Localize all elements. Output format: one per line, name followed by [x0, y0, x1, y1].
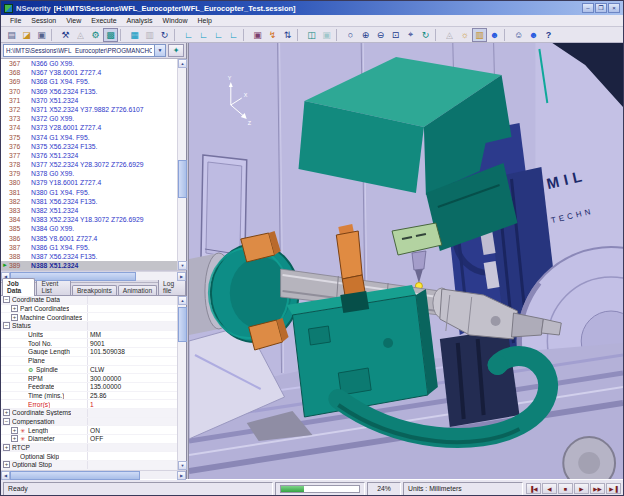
run-simulation-icon[interactable]: ▩: [103, 28, 118, 42]
step-back-button[interactable]: ◀: [542, 483, 557, 494]
menu-help[interactable]: Help: [193, 17, 217, 24]
grid-vertical-scrollbar[interactable]: ▲ ▼: [177, 296, 186, 470]
gcode-line[interactable]: 376 N375 X56.2324 F135.: [1, 142, 177, 151]
tab-breakpoints[interactable]: Breakpoints: [72, 285, 117, 295]
scale-icon[interactable]: ⇅: [280, 28, 295, 42]
gcode-line[interactable]: 370 N369 X56.2324 F135.: [1, 87, 177, 96]
machine-3d-viewport[interactable]: MIL TECHN: [189, 43, 623, 479]
stop-button[interactable]: ■: [558, 483, 573, 494]
snapshot-icon[interactable]: ▣: [250, 28, 265, 42]
play-button[interactable]: ▶: [574, 483, 589, 494]
zoom-icon[interactable]: ○: [343, 28, 358, 42]
gcode-line[interactable]: 382 N381 X56.2324 F135.: [1, 197, 177, 206]
user-machine-icon[interactable]: ☻: [526, 28, 541, 42]
gcode-line[interactable]: 388 N387 X56.2324 F135.: [1, 252, 177, 261]
go-end-button[interactable]: ▶▐: [606, 483, 621, 494]
scroll-left-arrow[interactable]: ◀: [1, 471, 10, 480]
close-button[interactable]: ×: [608, 3, 620, 13]
expand-toggle[interactable]: +: [3, 461, 10, 468]
gcode-line[interactable]: 377 N376 X51.2324: [1, 151, 177, 160]
window-new-icon[interactable]: ▣: [319, 28, 334, 42]
gcode-line[interactable]: 375 N374 G1 X94. F95.: [1, 133, 177, 142]
rotate-view-icon[interactable]: ↻: [418, 28, 433, 42]
window-tile-icon[interactable]: ◫: [304, 28, 319, 42]
expand-toggle[interactable]: [19, 392, 26, 399]
gcode-line[interactable]: 379 N378 G0 X99.: [1, 169, 177, 178]
property-row[interactable]: + Machine Coordinates: [1, 313, 177, 322]
gcode-line[interactable]: 373 N372 G0 X99.: [1, 114, 177, 123]
expand-toggle[interactable]: −: [3, 322, 10, 329]
tab-job-data[interactable]: Job Data: [2, 278, 35, 296]
property-row[interactable]: Tool No. 9001: [1, 339, 177, 348]
expand-toggle[interactable]: +: [11, 435, 18, 442]
expand-toggle[interactable]: +: [3, 444, 10, 451]
expand-toggle[interactable]: +: [3, 409, 10, 416]
rotate-model-icon[interactable]: ↻: [157, 28, 172, 42]
zoom-out-icon[interactable]: ⊖: [373, 28, 388, 42]
scroll-up-arrow[interactable]: ▲: [178, 296, 187, 305]
property-row[interactable]: Plane: [1, 357, 177, 366]
job-data-grid[interactable]: − Coordinate Data + Part Coordinates: [1, 296, 177, 470]
property-row[interactable]: Gauge Length 101.509038: [1, 348, 177, 357]
build-tools-icon[interactable]: ⚒: [58, 28, 73, 42]
minimize-button[interactable]: –: [582, 3, 594, 13]
expand-toggle[interactable]: [19, 340, 26, 347]
property-row[interactable]: ⚙ Spindle CLW: [1, 366, 177, 375]
expand-toggle[interactable]: [19, 375, 26, 382]
machine-setup-icon[interactable]: ⚙: [88, 28, 103, 42]
property-row[interactable]: + ✳ Diameter OFF: [1, 435, 177, 444]
scroll-down-arrow[interactable]: ▼: [178, 261, 187, 270]
gcode-line[interactable]: 369 N368 G1 X94. F95.: [1, 77, 177, 86]
property-row[interactable]: RPM 300.00000: [1, 374, 177, 383]
save-session-icon[interactable]: ▣: [34, 28, 49, 42]
expand-toggle[interactable]: +: [11, 314, 18, 321]
gcode-line[interactable]: 384 N383 X52.2324 Y18.3072 Z726.6929: [1, 215, 177, 224]
property-row[interactable]: Optional Skip: [1, 452, 177, 461]
measure-3d-icon[interactable]: ∟: [226, 28, 241, 42]
scroll-right-arrow[interactable]: ▶: [177, 272, 186, 281]
stock-setup-icon[interactable]: ◬: [73, 28, 88, 42]
expand-toggle[interactable]: +: [11, 305, 18, 312]
property-row[interactable]: − Coordinate Data: [1, 296, 177, 305]
property-row[interactable]: + Coordinate Systems: [1, 409, 177, 418]
property-row[interactable]: Time (mins.) 25.86: [1, 392, 177, 401]
ghost-view-icon[interactable]: ▥: [142, 28, 157, 42]
expand-toggle[interactable]: +: [11, 427, 18, 434]
path-dropdown-button[interactable]: ▼: [154, 45, 165, 56]
property-row[interactable]: − Compensation: [1, 418, 177, 427]
fast-forward-button[interactable]: ▶▶: [590, 483, 605, 494]
gcode-line[interactable]: 371 N370 X51.2324: [1, 96, 177, 105]
machine-grid-icon[interactable]: ▦: [127, 28, 142, 42]
scrollbar-thumb[interactable]: [178, 160, 187, 198]
scrollbar-thumb[interactable]: [178, 307, 187, 342]
menu-session[interactable]: Session: [26, 17, 61, 24]
material-removal-icon[interactable]: ◬: [442, 28, 457, 42]
gcode-line[interactable]: 372 N371 X52.2324 Y37.9882 Z726.6107: [1, 105, 177, 114]
program-path-combo[interactable]: ▼: [3, 44, 166, 57]
expand-toggle[interactable]: −: [3, 296, 10, 303]
property-row[interactable]: Error(s) 1: [1, 400, 177, 409]
gcode-line[interactable]: 367 N366 G0 X99.: [1, 59, 177, 68]
measure-z-icon[interactable]: ∟: [211, 28, 226, 42]
gcode-line[interactable]: 385 N384 G0 X99.: [1, 224, 177, 233]
gcode-line[interactable]: 383 N382 X51.2324: [1, 206, 177, 215]
expand-toggle[interactable]: [19, 401, 26, 408]
collision-check-icon[interactable]: ↯: [265, 28, 280, 42]
maximize-button[interactable]: ❐: [595, 3, 607, 13]
menu-analysis[interactable]: Analysis: [122, 17, 158, 24]
go-start-button[interactable]: ▐◀: [526, 483, 541, 494]
measure-y-icon[interactable]: ∟: [196, 28, 211, 42]
gcode-line[interactable]: 381 N380 G1 X94. F95.: [1, 188, 177, 197]
expand-toggle[interactable]: [19, 357, 26, 364]
menu-execute[interactable]: Execute: [86, 17, 121, 24]
property-row[interactable]: + Optional Stop: [1, 461, 177, 470]
expand-toggle[interactable]: [19, 331, 26, 338]
highlight-icon[interactable]: ☼: [457, 28, 472, 42]
property-row[interactable]: + RTCP: [1, 444, 177, 453]
find-program-button[interactable]: ✦: [168, 44, 184, 57]
measure-x-icon[interactable]: ∟: [181, 28, 196, 42]
expand-toggle[interactable]: [19, 366, 26, 373]
gcode-line[interactable]: 387 N386 G1 X94. F95.: [1, 243, 177, 252]
zoom-window-icon[interactable]: ⊡: [388, 28, 403, 42]
gcode-line[interactable]: 374 N373 Y28.6001 Z727.4: [1, 123, 177, 132]
